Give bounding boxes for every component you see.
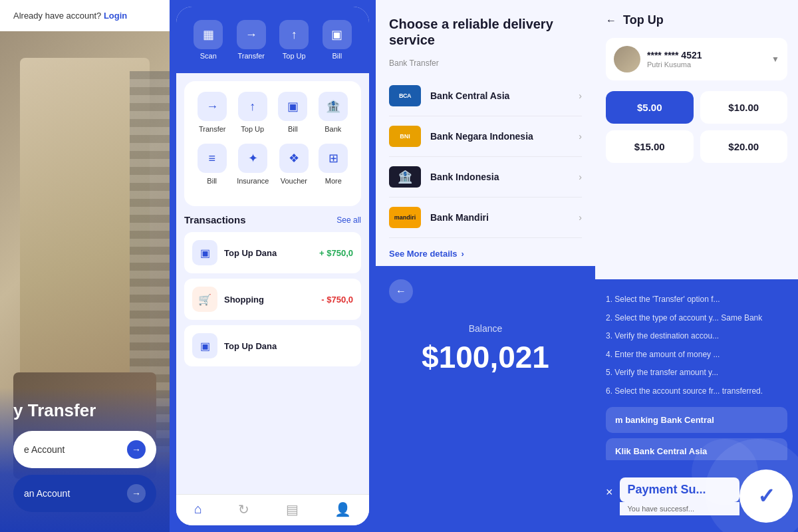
topup-title: Top Up bbox=[623, 13, 664, 27]
service-transfer-label: Transfer bbox=[199, 125, 226, 133]
btn2-arrow-icon: → bbox=[127, 484, 146, 503]
tx-shopping-amount: - $750,0 bbox=[321, 295, 353, 305]
scan-label: Scan bbox=[200, 52, 217, 60]
balance-back-button[interactable]: ← bbox=[389, 279, 413, 303]
step-3: 3. Verify the destination accou... bbox=[606, 329, 787, 344]
tx-topup-icon: ▣ bbox=[192, 240, 217, 265]
transaction-topup-2[interactable]: ▣ Top Up Dana bbox=[184, 325, 361, 366]
see-more-link[interactable]: See More details › bbox=[389, 238, 582, 266]
service-bill2-label: Bill bbox=[207, 177, 217, 185]
top-icons-row: ▦ Scan → Transfer ↑ Top Up ▣ Bill bbox=[187, 15, 358, 63]
account-name: Putri Kusuma bbox=[647, 61, 765, 68]
photo-section: y Transfer e Account → an Account → bbox=[0, 31, 170, 532]
delivery-title: Choose a reliable delivery service bbox=[389, 16, 582, 48]
topup-card: ← Top Up **** **** 4521 Putri Kusuma ▼ $… bbox=[595, 0, 798, 279]
left-panel: Already have account? Login y Transfer e… bbox=[0, 0, 170, 532]
service-bill-icon: ▣ bbox=[278, 92, 307, 121]
bni-logo: BNI bbox=[389, 126, 421, 147]
tx-topup2-name: Top Up Dana bbox=[224, 341, 277, 351]
nav-refresh[interactable]: ↻ bbox=[238, 501, 249, 517]
topup-header: ← Top Up bbox=[606, 13, 787, 27]
service-voucher-label: Voucher bbox=[281, 177, 307, 185]
service-voucher-icon: ❖ bbox=[279, 144, 309, 173]
transactions-title: Transactions bbox=[184, 214, 246, 225]
account-dropdown-icon: ▼ bbox=[771, 55, 779, 64]
close-button[interactable]: × bbox=[606, 485, 613, 499]
balance-amount: $100,021 bbox=[422, 339, 549, 375]
service-insurance[interactable]: ✦ Insurance bbox=[237, 144, 269, 185]
account-selector[interactable]: **** **** 4521 Putri Kusuma ▼ bbox=[606, 38, 787, 80]
service-bill[interactable]: ▣ Bill bbox=[278, 92, 307, 133]
bank-bni[interactable]: BNI Bank Negara Indonesia › bbox=[389, 116, 582, 157]
bank-mandiri[interactable]: mandiri Bank Mandiri › bbox=[389, 198, 582, 238]
account-btn-2[interactable]: an Account → bbox=[13, 475, 156, 512]
amount-20[interactable]: $20.00 bbox=[700, 130, 788, 163]
service-topup-label: Top Up bbox=[241, 125, 264, 133]
amount-15[interactable]: $15.00 bbox=[606, 130, 694, 163]
step-4: 4. Enter the amount of money ... bbox=[606, 348, 787, 362]
account-info: **** **** 4521 Putri Kusuma bbox=[647, 50, 765, 68]
amount-10[interactable]: $10.00 bbox=[700, 91, 788, 124]
transfer-icon: → bbox=[237, 20, 266, 49]
btn1-label: e Account bbox=[24, 444, 65, 455]
login-header: Already have account? Login bbox=[0, 0, 170, 31]
transaction-shopping[interactable]: 🛒 Shopping - $750,0 bbox=[184, 279, 361, 320]
photo-overlay: y Transfer e Account → an Account → bbox=[0, 388, 170, 532]
option-mbanking[interactable]: m banking Bank Central bbox=[606, 407, 787, 433]
account-btn-1[interactable]: e Account → bbox=[13, 431, 156, 468]
mandiri-chevron-icon: › bbox=[579, 212, 582, 223]
nav-profile[interactable]: 👤 bbox=[334, 501, 351, 517]
account-avatar bbox=[614, 46, 640, 72]
service-bank[interactable]: 🏦 Bank bbox=[319, 92, 348, 133]
info-steps: 1. Select the 'Transfer' option f... 2. … bbox=[606, 293, 787, 399]
service-transfer[interactable]: → Transfer bbox=[198, 92, 227, 133]
service-topup[interactable]: ↑ Top Up bbox=[238, 92, 267, 133]
service-more-label: More bbox=[325, 177, 342, 185]
already-have-account-text: Already have account? bbox=[13, 11, 101, 21]
balance-screen: ← Balance $100,021 bbox=[376, 266, 595, 532]
bank-bi[interactable]: 🏦 Bank Indonesia › bbox=[389, 157, 582, 198]
see-all-link[interactable]: See all bbox=[336, 215, 361, 225]
info-panel: 1. Select the 'Transfer' option f... 2. … bbox=[595, 279, 798, 460]
app-screen: ▦ Scan → Transfer ↑ Top Up ▣ Bill bbox=[176, 7, 369, 525]
top-icon-topup[interactable]: ↑ Top Up bbox=[279, 20, 309, 60]
tx-topup-name: Top Up Dana bbox=[224, 248, 277, 258]
service-row-1: → Transfer ↑ Top Up ▣ Bill 🏦 Bank bbox=[192, 92, 353, 133]
service-bank-icon: 🏦 bbox=[319, 92, 348, 121]
transfer-title: y Transfer bbox=[13, 401, 156, 420]
scan-icon: ▦ bbox=[194, 20, 223, 49]
app-bottom-nav: ⌂ ↻ ▤ 👤 bbox=[176, 494, 369, 525]
service-bank-label: Bank bbox=[325, 125, 341, 133]
topup-back-icon[interactable]: ← bbox=[606, 15, 616, 27]
bca-name: Bank Central Asia bbox=[430, 90, 579, 101]
step-2: 2. Select the type of account y... Same … bbox=[606, 311, 787, 326]
bank-bca[interactable]: BCA Bank Central Asia › bbox=[389, 76, 582, 116]
service-more[interactable]: ⊞ More bbox=[319, 144, 348, 185]
nav-list[interactable]: ▤ bbox=[286, 501, 299, 517]
top-icon-transfer[interactable]: → Transfer bbox=[237, 20, 266, 60]
tx-shopping-icon: 🛒 bbox=[192, 287, 217, 312]
see-more-chevron-icon: › bbox=[462, 249, 464, 259]
btn2-label: an Account bbox=[24, 488, 70, 499]
btn1-arrow-icon: → bbox=[127, 440, 146, 459]
bca-logo: BCA bbox=[389, 85, 421, 106]
service-voucher[interactable]: ❖ Voucher bbox=[279, 144, 309, 185]
bni-name: Bank Negara Indonesia bbox=[430, 131, 579, 142]
bi-name: Bank Indonesia bbox=[430, 172, 579, 182]
delivery-card: Choose a reliable delivery service Bank … bbox=[376, 0, 595, 266]
app-panel: ▦ Scan → Transfer ↑ Top Up ▣ Bill bbox=[170, 0, 376, 532]
service-row-2: ≡ Bill ✦ Insurance ❖ Voucher ⊞ More bbox=[192, 144, 353, 185]
service-bill2[interactable]: ≡ Bill bbox=[198, 144, 227, 185]
amount-grid: $5.00 $10.00 $15.00 $20.00 bbox=[606, 91, 787, 163]
login-link[interactable]: Login bbox=[104, 11, 127, 21]
bi-chevron-icon: › bbox=[579, 172, 582, 182]
top-icon-bill[interactable]: ▣ Bill bbox=[323, 20, 352, 60]
top-icon-scan[interactable]: ▦ Scan bbox=[194, 20, 223, 60]
transaction-topup-1[interactable]: ▣ Top Up Dana + $750,0 bbox=[184, 232, 361, 273]
service-topup-icon: ↑ bbox=[238, 92, 267, 121]
tx-shopping-name: Shopping bbox=[224, 295, 264, 305]
amount-5[interactable]: $5.00 bbox=[606, 91, 694, 124]
nav-home[interactable]: ⌂ bbox=[194, 501, 202, 517]
account-number: **** **** 4521 bbox=[647, 50, 765, 61]
mandiri-name: Bank Mandiri bbox=[430, 212, 579, 223]
